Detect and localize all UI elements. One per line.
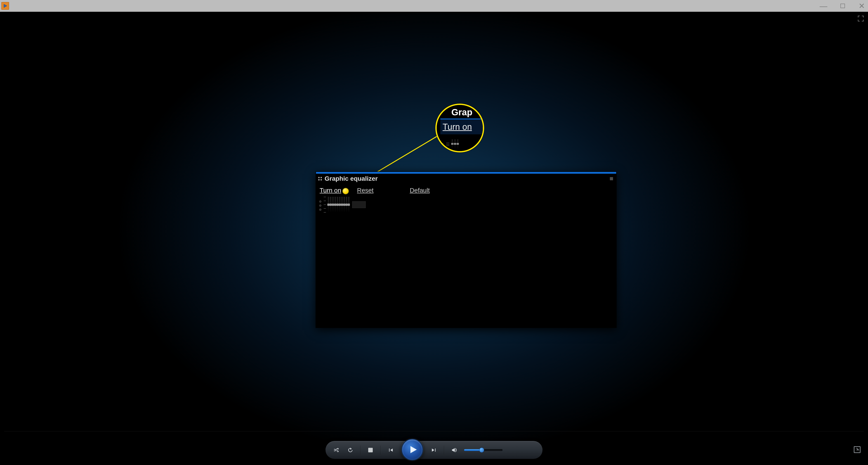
seek-track[interactable] [4, 431, 864, 432]
magnifier-turn-on-link[interactable]: Turn on [442, 122, 472, 132]
eq-mode-radio[interactable] [319, 208, 321, 211]
eq-band-slider[interactable] [337, 197, 338, 212]
separator [380, 445, 381, 455]
default-preset-link[interactable]: Default [410, 187, 430, 194]
magnifier-callout: Grap Turn on [435, 104, 484, 152]
volume-slider[interactable] [464, 449, 502, 451]
turn-on-link[interactable]: Turn on [320, 187, 341, 194]
eq-mode-radio[interactable] [319, 200, 321, 203]
separator [360, 445, 361, 455]
stop-button[interactable] [366, 446, 375, 454]
window-controls: — ✕ [819, 2, 865, 10]
reset-link[interactable]: Reset [357, 187, 373, 194]
play-button[interactable] [401, 439, 423, 461]
eq-band-slider[interactable] [330, 197, 331, 212]
player-viewport: Grap Turn on Graphic equalizer [0, 12, 868, 465]
mute-button[interactable] [450, 446, 458, 454]
equalizer-bands[interactable] [319, 197, 366, 212]
eq-band-slider[interactable] [344, 197, 345, 212]
minimize-button[interactable]: — [819, 2, 827, 10]
eq-band-slider[interactable] [332, 197, 334, 212]
magnifier-title-fragment: Grap [452, 107, 472, 117]
app-icon[interactable] [1, 2, 9, 10]
magnifier-eq-preview [441, 139, 480, 149]
maximize-button[interactable] [840, 4, 845, 8]
eq-mode-radio[interactable] [319, 204, 321, 207]
eq-band-slider[interactable] [341, 197, 343, 212]
playback-controls [326, 441, 542, 459]
equalizer-panel[interactable]: Graphic equalizer Turn on Reset Default [315, 171, 617, 328]
next-button[interactable] [430, 446, 438, 454]
equalizer-close-button[interactable] [610, 177, 613, 180]
close-button[interactable]: ✕ [859, 2, 865, 10]
equalizer-header[interactable]: Graphic equalizer [316, 174, 616, 184]
equalizer-title: Graphic equalizer [324, 175, 378, 182]
drag-grip-icon[interactable] [318, 177, 322, 180]
titlebar: — ✕ [0, 0, 868, 12]
eq-band-slider[interactable] [348, 197, 349, 212]
volume-thumb[interactable] [479, 447, 484, 453]
svg-marker-0 [4, 4, 7, 8]
magnifier-highlight-strip: Turn on [440, 118, 483, 134]
shuffle-button[interactable] [332, 446, 340, 454]
equalizer-title-accent [316, 172, 616, 174]
eq-mode-radio-group[interactable] [319, 200, 321, 212]
eq-band-slider[interactable] [328, 197, 329, 212]
eq-band-slider[interactable] [339, 197, 340, 212]
svg-marker-2 [410, 446, 417, 453]
eq-band-slider[interactable] [335, 197, 336, 212]
repeat-button[interactable] [346, 446, 354, 454]
previous-button[interactable] [386, 446, 395, 454]
eq-band-slider[interactable] [346, 197, 347, 212]
view-fullscreen-icon[interactable] [858, 16, 864, 22]
eq-scale-ticks [324, 197, 326, 212]
eq-preset-select[interactable] [352, 201, 366, 208]
highlight-dot-icon [343, 188, 348, 194]
switch-to-library-button[interactable] [853, 445, 861, 454]
equalizer-link-row: Turn on Reset Default [316, 184, 616, 197]
